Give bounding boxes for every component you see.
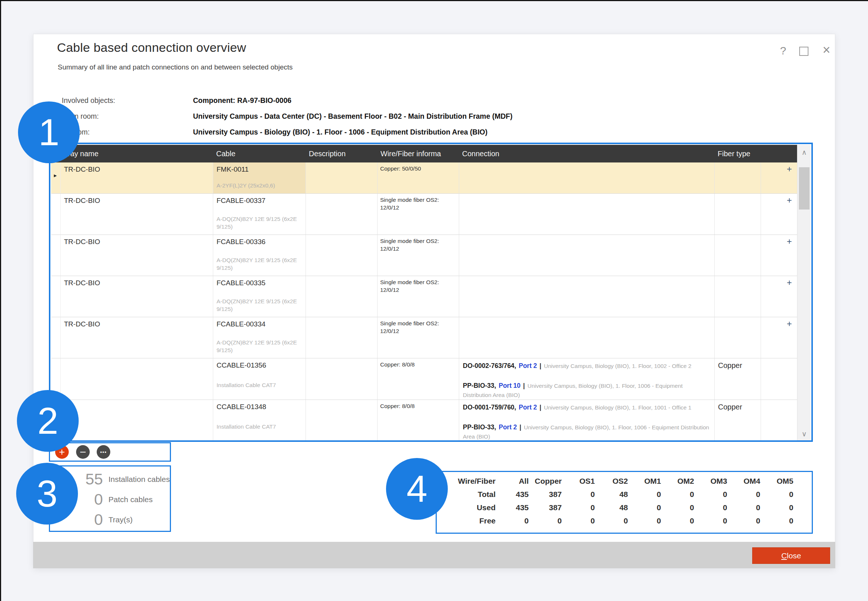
- remove-button[interactable]: −: [76, 445, 90, 459]
- cable-name: FCABLE-00336: [217, 238, 265, 246]
- selected-row-arrow-icon: ►: [53, 173, 58, 178]
- cable-type: A-DQ(ZN)B2Y 12E 9/125 (6x2E 9/125): [217, 339, 302, 354]
- column-header-description[interactable]: Description: [309, 145, 375, 162]
- connection-endpoint: DO-0001-759/760,Port 2|University Campus…: [463, 403, 711, 412]
- port-link[interactable]: Port 2: [499, 424, 517, 431]
- wirefiber-info: Single mode fiber OS2:12/0/12: [380, 237, 457, 253]
- table-row[interactable]: TR-DC-BIO FCABLE-00336 A-DQ(ZN)B2Y 12E 9…: [51, 235, 797, 276]
- table-row[interactable]: ► TR-DC-BIO FMK-0011 A-2YF(L)2Y (25x2x0,…: [51, 162, 797, 194]
- annotation-step-2: 2: [17, 390, 79, 452]
- summary-header-row: Wire/Fiber All Copper OS1 OS2 OM1 OM2 OM…: [452, 474, 793, 488]
- wirefiber-info: Copper: 8/0/8: [380, 402, 457, 410]
- column-header-fiber-type[interactable]: Fiber type: [718, 145, 757, 162]
- expand-row-button[interactable]: +: [787, 236, 792, 247]
- port-link[interactable]: Port 10: [499, 382, 520, 389]
- connection-endpoint: PP-BIO-33,Port 2|University Campus, Biol…: [463, 423, 711, 441]
- annotation-step-4: 4: [386, 458, 448, 520]
- screen-top-edge: [0, 0, 868, 1]
- cable-name: FCABLE-00337: [217, 197, 265, 205]
- installation-cables-label: Installation cables: [108, 475, 170, 484]
- port-link[interactable]: Port 2: [519, 404, 537, 411]
- connection-endpoint: DO-0002-763/764,Port 2|University Campus…: [463, 362, 711, 371]
- column-header-connection[interactable]: Connection: [462, 145, 683, 162]
- table-row[interactable]: CCABLE-01348 Installation Cable CAT7 Cop…: [51, 400, 797, 441]
- column-header-cable[interactable]: Cable: [216, 145, 301, 162]
- maximize-icon[interactable]: [799, 47, 809, 56]
- cable-type: Installation Cable CAT7: [217, 423, 302, 430]
- trays-label: Tray(s): [108, 516, 133, 524]
- to-room-value: University Campus - Biology (BIO) - 1. F…: [193, 128, 488, 136]
- involved-objects-label: Involved objects:: [62, 96, 115, 105]
- table-row[interactable]: TR-DC-BIO FCABLE-00337 A-DQ(ZN)B2Y 12E 9…: [51, 194, 797, 235]
- wirefiber-info: Copper: 8/0/8: [380, 361, 457, 368]
- wirefiber-info: Copper: 50/0/50: [380, 165, 457, 172]
- port-link[interactable]: Port 2: [519, 362, 537, 369]
- connection-grid: ✳ Tray name Cable Description Wire/Fiber…: [51, 145, 811, 441]
- scroll-up-icon[interactable]: ∧: [798, 146, 811, 159]
- cable-type: A-DQ(ZN)B2Y 12E 9/125 (6x2E 9/125): [217, 297, 302, 313]
- cable-name: CCABLE-01356: [217, 362, 266, 369]
- cable-name: FMK-0011: [217, 165, 249, 174]
- cable-name: FCABLE-00335: [217, 279, 265, 287]
- summary-total-row: Total 435 387 0 48 0 0 0 0 0: [452, 488, 793, 501]
- fiber-type: Copper: [718, 403, 742, 411]
- patch-cables-label: Patch cables: [108, 495, 153, 504]
- close-button[interactable]: Close: [752, 547, 830, 564]
- tray-name: TR-DC-BIO: [64, 279, 100, 287]
- close-icon[interactable]: ×: [819, 43, 834, 57]
- dialog-subtitle: Summary of all line and patch connection…: [58, 63, 293, 71]
- wirefiber-info: Single mode fiber OS2:12/0/12: [380, 319, 457, 335]
- column-header-tray-name[interactable]: Tray name: [64, 145, 211, 162]
- wire-fiber-summary-table: Wire/Fiber All Copper OS1 OS2 OM1 OM2 OM…: [452, 474, 793, 528]
- table-row[interactable]: TR-DC-BIO FCABLE-00334 A-DQ(ZN)B2Y 12E 9…: [51, 317, 797, 358]
- annotation-step-1: 1: [18, 101, 80, 163]
- screen-left-edge: [0, 0, 1, 601]
- scroll-down-icon[interactable]: ∨: [798, 428, 811, 440]
- grid-header-row: ✳ Tray name Cable Description Wire/Fiber…: [51, 145, 797, 162]
- vertical-scrollbar[interactable]: ∧ ∨: [797, 145, 811, 441]
- tray-name: TR-DC-BIO: [64, 320, 100, 328]
- minus-icon: −: [80, 446, 86, 458]
- table-row[interactable]: TR-DC-BIO FCABLE-00335 A-DQ(ZN)B2Y 12E 9…: [51, 276, 797, 317]
- summary-free-row: Free 0 0 0 0 0 0 0 0 0: [452, 514, 793, 528]
- expand-row-button[interactable]: +: [787, 164, 792, 174]
- from-room-value: University Campus - Data Center (DC) - B…: [193, 112, 513, 121]
- cable-type: Installation Cable CAT7: [217, 381, 302, 389]
- cable-type: A-2YF(L)2Y (25x2x0,6): [217, 182, 302, 189]
- ellipsis-icon: •••: [100, 449, 107, 455]
- wirefiber-info: Single mode fiber OS2:12/0/12: [380, 196, 457, 211]
- dialog-footer-bar: Close: [33, 542, 835, 568]
- tray-name: TR-DC-BIO: [64, 165, 100, 174]
- connection-endpoint: PP-BIO-33,Port 10|University Campus, Bio…: [463, 381, 711, 400]
- cable-type: A-DQ(ZN)B2Y 12E 9/125 (6x2E 9/125): [217, 256, 302, 272]
- expand-row-button[interactable]: +: [787, 278, 792, 288]
- scrollbar-thumb[interactable]: [799, 167, 810, 209]
- expand-row-button[interactable]: +: [787, 319, 792, 329]
- tray-name: TR-DC-BIO: [64, 197, 100, 205]
- annotation-step-3: 3: [16, 463, 78, 525]
- wirefiber-info: Single mode fiber OS2:12/0/12: [380, 278, 457, 294]
- table-row[interactable]: CCABLE-01356 Installation Cable CAT7 Cop…: [51, 358, 797, 400]
- more-options-button[interactable]: •••: [97, 445, 110, 459]
- column-header-wirefiber[interactable]: Wire/Fiber informa: [380, 145, 456, 162]
- cable-name: FCABLE-00334: [217, 320, 265, 328]
- expand-row-button[interactable]: +: [787, 195, 792, 206]
- involved-objects-value: Component: RA-97-BIO-0006: [193, 96, 291, 105]
- dialog-title: Cable based connection overview: [57, 40, 246, 55]
- help-icon[interactable]: ?: [776, 44, 790, 57]
- tray-name: TR-DC-BIO: [64, 238, 100, 246]
- cable-type: A-DQ(ZN)B2Y 12E 9/125 (6x2E 9/125): [217, 215, 302, 230]
- fiber-type: Copper: [718, 362, 742, 370]
- summary-used-row: Used 435 387 0 48 0 0 0 0 0: [452, 501, 793, 514]
- cable-name: CCABLE-01348: [217, 403, 266, 411]
